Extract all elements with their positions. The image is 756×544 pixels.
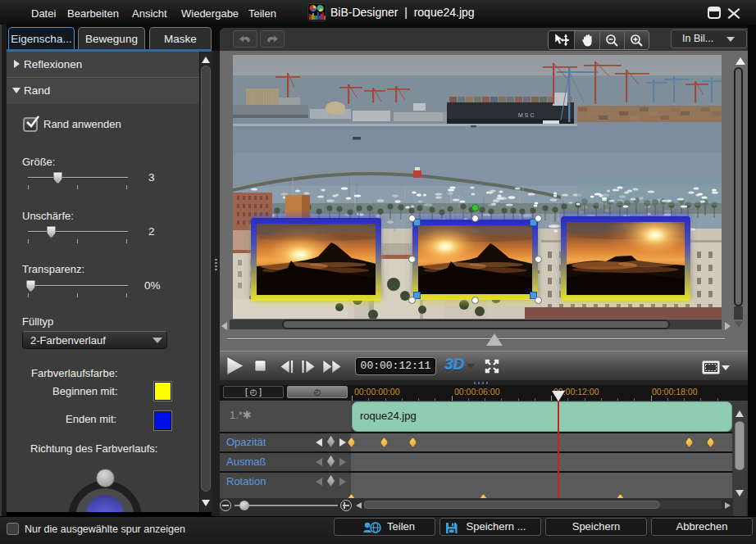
svg-text:MSC: MSC	[518, 112, 536, 118]
